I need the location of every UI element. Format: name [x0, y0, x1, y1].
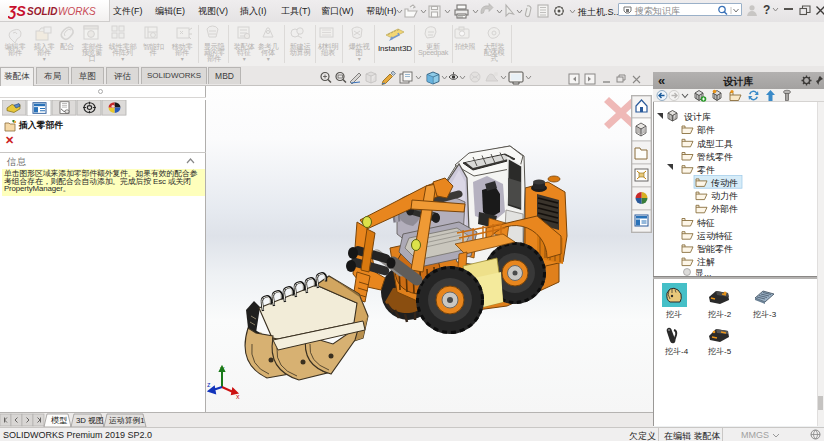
- svg-text:WORKS: WORKS: [58, 6, 96, 17]
- svg-text:智能零件: 智能零件: [697, 244, 733, 254]
- svg-text:注解: 注解: [697, 257, 715, 267]
- svg-text:3D 视图: 3D 视图: [76, 416, 104, 425]
- svg-text:SOLID: SOLID: [27, 6, 58, 17]
- svg-text:挖斗-3: 挖斗-3: [753, 310, 777, 319]
- svg-text:传动件: 传动件: [710, 178, 738, 188]
- svg-text:x: x: [236, 393, 240, 400]
- svg-text:Y: Y: [220, 366, 225, 373]
- svg-text:显...: 显...: [694, 268, 712, 277]
- svg-text:动力件: 动力件: [711, 191, 738, 201]
- svg-text:挖斗: 挖斗: [666, 310, 682, 319]
- svg-text:特征: 特征: [697, 218, 715, 228]
- svg-text:挖斗-4: 挖斗-4: [665, 347, 689, 356]
- svg-text:管线零件: 管线零件: [697, 152, 733, 162]
- svg-text:模型: 模型: [51, 416, 67, 425]
- svg-text:设计库: 设计库: [684, 112, 711, 122]
- svg-text:零件: 零件: [697, 165, 715, 175]
- svg-text:挖斗-2: 挖斗-2: [708, 310, 732, 319]
- svg-text:z: z: [207, 381, 211, 388]
- svg-text:成型工具: 成型工具: [697, 139, 733, 149]
- svg-text:挖斗-5: 挖斗-5: [708, 347, 732, 356]
- svg-text:部件: 部件: [697, 125, 715, 135]
- svg-text:外部件: 外部件: [711, 204, 738, 214]
- svg-text:运动算例1: 运动算例1: [109, 416, 145, 425]
- svg-text:ƷS: ƷS: [8, 3, 27, 19]
- svg-text:运动特征: 运动特征: [697, 231, 733, 241]
